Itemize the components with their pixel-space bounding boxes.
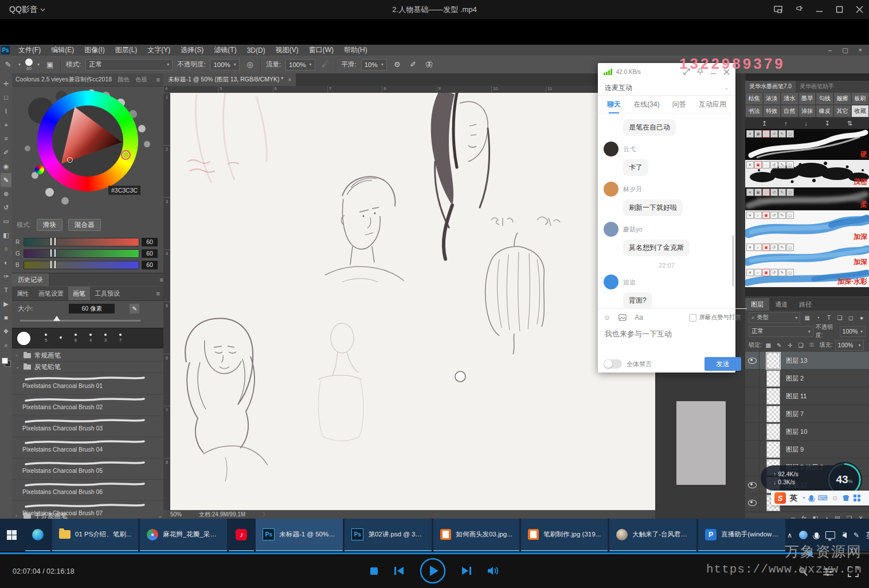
taskbar-item[interactable]: 麻花辫_花瓣_采集 -... <box>140 519 227 551</box>
username[interactable]: 云弋 <box>623 145 636 154</box>
sogou-logo[interactable]: S <box>774 492 786 504</box>
brush-list-item[interactable]: Pixelstains Charcoal Brush 01 <box>12 374 163 395</box>
brush-preview-row[interactable]: ✕▣◌↺✎◻ 茂密 <box>745 160 869 187</box>
panel-tab[interactable]: 属性 <box>12 287 34 300</box>
brush-tip-item[interactable]: 6 <box>68 334 83 343</box>
taskbar-item[interactable]: 01 PS介绍、笔刷... <box>52 519 138 551</box>
dodge-tool[interactable]: ◐ <box>1 256 11 269</box>
menu-item[interactable]: 视图(V) <box>271 45 304 55</box>
username[interactable]: 迫迫 <box>623 278 636 287</box>
brush-folder-regular[interactable]: › 常规画笔 <box>12 350 167 362</box>
gradient-tool[interactable]: ◧ <box>1 228 11 242</box>
airbrush-icon[interactable]: ☄ <box>320 60 331 69</box>
chat-tab[interactable]: 聊天 <box>607 100 621 109</box>
brush-category-button[interactable]: 涂抹 <box>798 105 816 117</box>
account-icon[interactable]: ☺ <box>832 494 839 502</box>
hex-value[interactable]: #3C3C3C <box>108 186 140 195</box>
layer-row[interactable]: 图层 11 <box>745 387 869 405</box>
brush-list-item[interactable]: Pixelstains Charcoal Brush 05 <box>12 458 163 480</box>
ime-language-indicator[interactable]: 英 <box>866 530 869 540</box>
heal-tool[interactable]: ◉ <box>1 159 11 173</box>
brush-list-item[interactable]: Pixelstains Charcoal Brush 02 <box>12 395 163 416</box>
brush-preview-row[interactable]: ✕▣◌↺✎◻ 柔 <box>745 187 869 210</box>
brush-tip-item[interactable]: 4 <box>83 334 98 343</box>
brush-tip-item[interactable] <box>53 336 68 340</box>
preview-toolbar[interactable]: ✕⌕▣↺✎◻ <box>746 211 794 219</box>
play-button[interactable] <box>420 558 446 584</box>
status-arrow-icon[interactable]: 〉 <box>263 511 268 519</box>
brush-size-value[interactable]: 60 像素 <box>69 304 115 313</box>
brush-category-button[interactable]: 皴擦 <box>833 92 851 105</box>
visibility-toggle[interactable] <box>745 441 760 458</box>
pressure-size-icon[interactable]: ✎ <box>130 304 139 313</box>
path-select-tool[interactable]: ▶ <box>1 297 11 311</box>
brush-list-item[interactable]: Pixelstains Charcoal Brush 04 <box>12 437 163 458</box>
room-mode-dropdown[interactable]: 连麦互动⌄ <box>598 80 735 96</box>
tab-swatches[interactable]: 色板 <box>135 76 147 84</box>
previous-button[interactable] <box>393 566 405 576</box>
brush-category-button[interactable]: 浓淡 <box>763 92 781 105</box>
pressure-size-icon[interactable]: ✐ <box>408 60 419 69</box>
brush-category-button[interactable]: 板刷 <box>851 92 869 105</box>
crop-tool[interactable]: ⌗ <box>1 132 11 146</box>
coolorus-mode-button[interactable]: 混合器 <box>68 219 101 231</box>
block-gifts-checkbox[interactable] <box>689 314 696 322</box>
brush-category-button[interactable]: 枯焦 <box>745 92 763 105</box>
smoothing-select[interactable]: 10%▾ <box>361 59 387 70</box>
filter-smart-icon[interactable]: ◻ <box>847 315 855 321</box>
layer-group-icon[interactable]: ▤ <box>835 515 840 519</box>
layer-thumbnail[interactable] <box>766 441 780 458</box>
brush-category-button[interactable]: 特效 <box>763 105 781 117</box>
chat-tab[interactable]: 在线(34) <box>633 100 659 109</box>
brush-preview-row[interactable]: ✕⌕▣↺✎◻ 加深 <box>745 242 869 268</box>
brush-category-button[interactable]: 其它 <box>833 105 851 117</box>
taskbar-item[interactable]: 大触来了-台风君古... <box>609 519 696 551</box>
layer-thumbnail[interactable] <box>766 388 780 405</box>
layer-name[interactable]: 图层 2 <box>786 374 804 383</box>
link-layers-icon[interactable]: ∞ <box>791 515 796 519</box>
hue-wheel[interactable] <box>37 91 138 191</box>
pressure-opacity-icon[interactable]: ◎ <box>244 60 256 69</box>
avatar[interactable] <box>604 182 619 197</box>
channel-value[interactable]: 60 <box>142 261 158 269</box>
tray-expand-icon[interactable]: ∧ <box>787 531 792 539</box>
eyedropper-tool[interactable]: ✐ <box>1 146 11 159</box>
ps-restore-icon[interactable]: ▢ <box>842 46 848 54</box>
layer-blend-mode-select[interactable]: 正常▾ <box>749 326 813 337</box>
layer-thumbnail[interactable] <box>766 424 780 440</box>
pin-on-top-icon[interactable] <box>795 6 803 14</box>
layer-opacity-select[interactable]: 100%▾ <box>840 326 866 337</box>
menu-item[interactable]: 图像(I) <box>79 45 109 55</box>
brush-category-button[interactable]: 收藏 <box>851 105 869 117</box>
layer-row[interactable]: 图层 9 <box>745 441 869 458</box>
brush-preview-row[interactable]: ✕▣◌↺✎◻ 硬 <box>745 129 869 160</box>
layer-name[interactable]: 图层 7 <box>786 410 804 418</box>
tray-app-icon[interactable] <box>799 531 808 539</box>
chat-tab[interactable]: 互动应用 <box>699 100 726 109</box>
history-brush-tool[interactable]: ↺ <box>1 201 11 214</box>
avatar[interactable] <box>604 222 619 237</box>
font-icon[interactable]: Aa <box>635 313 643 322</box>
flow-select[interactable]: 100%▾ <box>285 59 315 70</box>
menu-item[interactable]: 滤镜(T) <box>209 45 241 55</box>
layer-fill-select[interactable]: 100%▾ <box>835 340 864 351</box>
lock-position-icon[interactable]: ✛ <box>786 342 794 348</box>
layer-row[interactable]: 图层 10 <box>745 423 869 441</box>
brush-category-button[interactable]: 自然 <box>781 105 798 117</box>
close-icon[interactable] <box>856 6 863 13</box>
mini-mode-icon[interactable] <box>774 6 782 13</box>
username[interactable]: 蘑菇yo <box>623 225 643 234</box>
dir-icon[interactable]: ↧ <box>825 120 830 127</box>
brush-tip-item[interactable]: 3 <box>98 334 113 343</box>
layer-row[interactable]: 图层 7 <box>745 405 869 423</box>
tab-history[interactable]: 历史记录 <box>12 273 49 286</box>
brush-category-button[interactable]: 清水 <box>781 92 798 105</box>
brush-preview-row[interactable]: ✕⌕▣↺✎◻ 加深 <box>745 210 869 242</box>
marquee-tool[interactable]: □ <box>1 91 11 104</box>
ps-minimize-icon[interactable]: – <box>828 46 832 54</box>
visibility-toggle[interactable] <box>745 387 760 405</box>
emoji-icon[interactable]: ◔ <box>801 494 805 502</box>
dir-icon[interactable]: ↥ <box>762 120 767 127</box>
next-button[interactable] <box>461 566 472 576</box>
layer-thumbnail[interactable] <box>766 406 780 422</box>
